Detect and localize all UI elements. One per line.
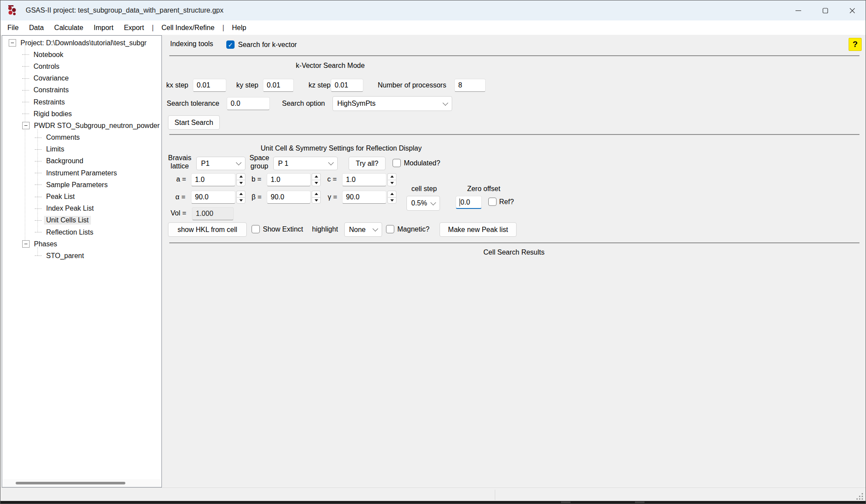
tree-connector (35, 197, 42, 197)
b-stepper[interactable] (312, 173, 321, 186)
tree-item[interactable]: Sample Parameters (3, 179, 161, 191)
titlebar: GSAS-II project: test_subgroup_data_with… (0, 0, 866, 20)
taskbar-mark (635, 501, 644, 503)
magnetic-label: Magnetic? (397, 225, 430, 233)
menu-item[interactable]: File (2, 24, 24, 32)
c-input[interactable]: 1.0 (342, 173, 386, 186)
search-kvector-checkbox[interactable]: ✓ (226, 40, 235, 49)
spin-up-icon (236, 173, 245, 180)
beta-label: β = (252, 193, 262, 201)
menu-item[interactable]: Data (24, 24, 49, 32)
num-processors-label: Number of processors (378, 81, 446, 89)
tree-item[interactable]: Background (3, 155, 161, 167)
ky-step-input[interactable]: 0.01 (263, 79, 294, 92)
alpha-input[interactable]: 90.0 (191, 191, 235, 204)
spin-up-icon (387, 191, 396, 197)
space-group-select[interactable]: P 1 (273, 157, 338, 170)
c-label: c = (327, 175, 337, 183)
show-extinct-checkbox[interactable] (252, 225, 260, 233)
show-hkl-button[interactable]: show HKL from cell (168, 222, 247, 237)
status-bar (0, 487, 866, 502)
cell-step-select[interactable]: 0.5% (406, 196, 440, 211)
highlight-select[interactable]: None (344, 222, 382, 237)
c-stepper[interactable] (387, 173, 396, 186)
spin-down-icon (387, 197, 396, 204)
menu-separator: | (220, 24, 227, 32)
b-input[interactable]: 1.0 (267, 173, 311, 186)
vol-value: 1.000 (192, 207, 234, 220)
spin-down-icon (236, 197, 245, 204)
tree-horizontal-scrollbar[interactable] (3, 479, 161, 487)
ref-checkbox[interactable] (488, 198, 497, 206)
start-search-button[interactable]: Start Search (168, 115, 220, 130)
a-stepper[interactable] (236, 173, 245, 186)
zero-offset-input[interactable]: 0.0 (456, 196, 482, 209)
beta-stepper[interactable] (312, 191, 321, 204)
gamma-input[interactable]: 90.0 (342, 191, 386, 204)
project-tree-panel: Project: D:\Downloads\tutorial\test_subg… (2, 35, 162, 487)
tree-collapse-icon[interactable] (22, 122, 30, 129)
tree-item[interactable]: Limits (3, 144, 161, 155)
tree-item[interactable]: Project: D:\Downloads\tutorial\test_subg… (3, 37, 161, 49)
gamma-label: γ = (328, 193, 337, 201)
alpha-stepper[interactable] (236, 191, 245, 204)
tree-item[interactable]: STO_parent (3, 250, 161, 262)
beta-input[interactable]: 90.0 (267, 191, 311, 204)
close-button[interactable] (839, 0, 866, 20)
separator (169, 134, 859, 135)
window-title: GSAS-II project: test_subgroup_data_with… (26, 7, 223, 14)
kx-step-input[interactable]: 0.01 (193, 79, 226, 92)
search-option-label: Search option (282, 100, 325, 108)
tree-collapse-icon[interactable] (22, 240, 30, 248)
tree-item[interactable]: Notebook (3, 49, 161, 60)
tree-connector (35, 185, 42, 185)
menu-item[interactable]: Calculate (49, 24, 89, 32)
tree-item[interactable]: Comments (3, 132, 161, 144)
spin-up-icon (387, 173, 396, 180)
scrollbar-thumb[interactable] (16, 482, 125, 484)
search-tolerance-input[interactable]: 0.0 (227, 97, 270, 110)
tree-item[interactable]: Covariance (3, 73, 161, 84)
tree-item[interactable]: Instrument Parameters (3, 167, 161, 179)
tree-item[interactable]: Rigid bodies (3, 108, 161, 120)
bravais-lattice-select[interactable]: P1 (196, 157, 245, 170)
help-button[interactable]: ? (849, 38, 862, 51)
a-input[interactable]: 1.0 (191, 173, 235, 186)
kz-step-input[interactable]: 0.01 (331, 79, 363, 92)
show-extinct-label: Show Extinct (263, 225, 303, 233)
text-cursor (460, 198, 460, 206)
tree-connector (35, 138, 42, 138)
vol-label: Vol = (171, 209, 186, 217)
spin-up-icon (312, 173, 321, 180)
num-processors-input[interactable]: 8 (454, 79, 486, 92)
modulated-checkbox[interactable] (393, 159, 401, 167)
menu-item[interactable]: Cell Index/Refine (156, 24, 220, 32)
separator (169, 55, 859, 56)
try-all-button[interactable]: Try all? (349, 157, 386, 170)
maximize-button[interactable] (812, 0, 839, 20)
tree-item[interactable]: Phases (3, 238, 161, 250)
spin-down-icon (312, 197, 321, 204)
magnetic-checkbox[interactable] (386, 225, 394, 233)
tree-item[interactable]: Peak List (3, 191, 161, 202)
menu-item[interactable]: Export (119, 24, 149, 32)
tree-item[interactable]: Restraints (3, 96, 161, 108)
tree-item-selected[interactable]: Unit Cells List (3, 215, 161, 226)
tree-item[interactable]: Index Peak List (3, 203, 161, 215)
tree-collapse-icon[interactable] (9, 39, 16, 47)
tree-item[interactable]: Reflection Lists (3, 226, 161, 238)
cell-search-results-title: Cell Search Results (163, 249, 865, 256)
chevron-down-icon (430, 200, 436, 205)
minimize-button[interactable] (785, 0, 812, 20)
menu-item[interactable]: Import (88, 24, 118, 32)
make-new-peak-list-button[interactable]: Make new Peak list (440, 222, 517, 237)
a-label: a = (176, 175, 186, 183)
menu-item[interactable]: Help (227, 24, 252, 32)
tree-item[interactable]: PWDR STO_Subgroup_neutron_powder (3, 120, 161, 131)
menu-separator: | (149, 24, 156, 32)
tree-item[interactable]: Constraints (3, 84, 161, 96)
resize-grip-icon[interactable] (862, 498, 863, 500)
gamma-stepper[interactable] (387, 191, 396, 204)
search-option-select[interactable]: HighSymPts (332, 96, 452, 111)
tree-item[interactable]: Controls (3, 60, 161, 72)
